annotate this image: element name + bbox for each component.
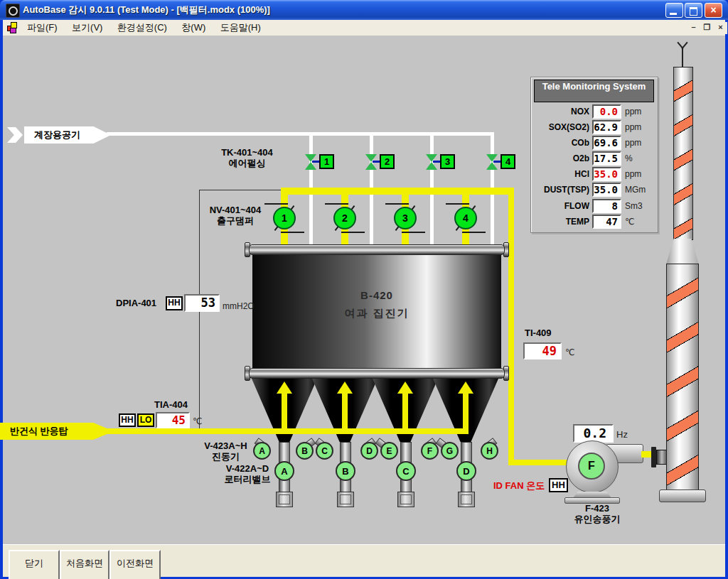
- menu-bar: 파일(F) 보기(V) 환경설정(C) 창(W) 도움말(H) – ❐ ×: [3, 20, 725, 36]
- rotary-valve-a[interactable]: A: [274, 461, 294, 481]
- fan-hz-unit: Hz: [616, 429, 628, 440]
- maximize-button[interactable]: [685, 3, 702, 18]
- outlet-duct: [283, 188, 514, 195]
- vibrator-g[interactable]: G: [441, 442, 459, 460]
- valve-stem: [493, 161, 500, 163]
- sensing-line: [199, 190, 281, 190]
- damper-number: 1: [273, 207, 296, 229]
- ti409-value: 49: [523, 342, 562, 359]
- vibrator-f[interactable]: F: [421, 442, 439, 460]
- damper-number: 4: [454, 207, 477, 229]
- tele-row-unit: ppm: [625, 122, 641, 132]
- close-button[interactable]: ×: [705, 3, 722, 18]
- tele-row-label: DUST(TSP): [532, 185, 589, 195]
- valve-number-box: 2: [380, 154, 395, 169]
- valve-stem: [312, 161, 319, 163]
- mdi-restore-button[interactable]: ❐: [700, 22, 714, 34]
- damper-bar: [281, 232, 304, 233]
- tele-row-label: SOX(SO2): [532, 122, 589, 132]
- tele-panel-title: Tele Monitoring System: [534, 80, 654, 102]
- menu-view[interactable]: 보기(V): [66, 20, 108, 36]
- document-icon[interactable]: [7, 22, 18, 33]
- stack-base: [659, 489, 706, 502]
- air-header-pipe: [107, 132, 494, 136]
- tele-row-value: 62.9: [592, 120, 621, 134]
- damper-bar: [446, 203, 469, 205]
- tia-alarm-hh: HH: [119, 413, 136, 427]
- stack-stripes: [674, 67, 692, 239]
- minimize-icon: [670, 13, 677, 15]
- instrument-air-label: 계장용공기: [34, 129, 80, 140]
- vessel-body[interactable]: B-420 여과 집진기: [252, 255, 501, 369]
- vibrator-h[interactable]: H: [481, 442, 498, 460]
- idfan-temp-label: ID FAN 온도: [493, 480, 545, 492]
- lightning-rod: [682, 47, 683, 68]
- tele-row-label: NOX: [532, 107, 589, 117]
- flow-arrow-stem: [282, 394, 287, 430]
- menu-window[interactable]: 창(W): [176, 20, 211, 36]
- vibrator-a[interactable]: A: [253, 442, 271, 460]
- vibrator-c[interactable]: C: [316, 442, 333, 460]
- flow-arrow-icon: [458, 382, 473, 394]
- dpia-alarm-hh: HH: [166, 296, 183, 310]
- valve-number-box: 3: [440, 154, 455, 169]
- damper-bar: [402, 232, 425, 233]
- app-icon: [6, 4, 20, 18]
- damper-number: 2: [333, 207, 356, 229]
- tele-row-unit: %: [625, 153, 633, 163]
- instrument-air-banner: 계장용공기: [24, 126, 111, 144]
- tele-row-unit: Sm3: [625, 201, 643, 211]
- valve-stem: [433, 161, 440, 163]
- ti409-unit: ℃: [565, 347, 574, 357]
- mdi-close-button[interactable]: ×: [714, 22, 727, 34]
- flow-arrow-stem: [342, 394, 348, 430]
- tele-monitoring-panel: Tele Monitoring System NOX 0.0 ppm SOX(S…: [530, 77, 658, 233]
- nav-home-button[interactable]: 처음화면: [60, 550, 109, 579]
- fan-inlet-duct: [508, 460, 571, 465]
- nav-close-button[interactable]: 닫기: [9, 550, 60, 579]
- menu-help[interactable]: 도움말(H): [215, 20, 267, 36]
- ti409-tag: TI-409: [525, 328, 552, 338]
- mdi-minimize-button[interactable]: –: [687, 22, 700, 34]
- vibrator-b[interactable]: B: [296, 442, 314, 460]
- damper-bar: [385, 203, 409, 205]
- nav-prev-button[interactable]: 이전화면: [109, 550, 161, 579]
- valve-number-box: 1: [319, 154, 334, 169]
- inlet-label: 반건식 반응탑: [10, 426, 68, 436]
- tele-row-unit: ppm: [625, 107, 641, 117]
- tia-alarm-lo: LO: [137, 413, 154, 427]
- flow-arrow-icon: [397, 382, 413, 394]
- stack-upper: [673, 67, 693, 240]
- tele-row-value: 8: [592, 199, 621, 213]
- fan-label: F-423 유인송풍기: [567, 503, 627, 524]
- menu-file[interactable]: 파일(F): [21, 20, 63, 36]
- tk-label: TK-401~404 에어펄싱: [210, 147, 284, 168]
- stack-stripes: [667, 264, 698, 490]
- title-bar[interactable]: AutoBase 감시 9.0.11 (Test Mode) - [백필터.mo…: [0, 0, 728, 20]
- dust-outlet: [337, 492, 354, 507]
- flow-arrow-icon: [337, 382, 353, 394]
- duct-to-fan: [508, 188, 514, 465]
- valve-stem: [373, 161, 380, 163]
- tele-row-value: 47: [592, 215, 621, 229]
- rotary-valve-c[interactable]: C: [396, 461, 416, 481]
- menu-settings[interactable]: 환경설정(C): [112, 20, 173, 36]
- vibrator-d[interactable]: D: [360, 442, 378, 460]
- tele-row-label: COb: [532, 138, 589, 148]
- tele-row-value: 17.5: [592, 151, 621, 166]
- dust-outlet: [276, 492, 293, 507]
- valve-number-box: 4: [500, 154, 515, 169]
- vibrator-label: V-423A~H 진동기: [199, 440, 252, 462]
- flow-arrow-stem: [463, 394, 469, 430]
- vibrator-e[interactable]: E: [380, 442, 398, 460]
- id-fan[interactable]: F: [566, 440, 619, 493]
- tele-row-label: TEMP: [532, 217, 589, 227]
- rotary-valve-d[interactable]: D: [456, 461, 476, 481]
- rotary-valve-b[interactable]: B: [336, 461, 355, 481]
- minimize-button[interactable]: [665, 3, 683, 18]
- tele-row-unit: MGm: [625, 185, 646, 195]
- damper-bar: [264, 203, 288, 205]
- tele-row-label: HCl: [532, 169, 589, 179]
- tele-row-label: FLOW: [532, 201, 589, 211]
- dpia-unit: mmH2O: [223, 301, 255, 311]
